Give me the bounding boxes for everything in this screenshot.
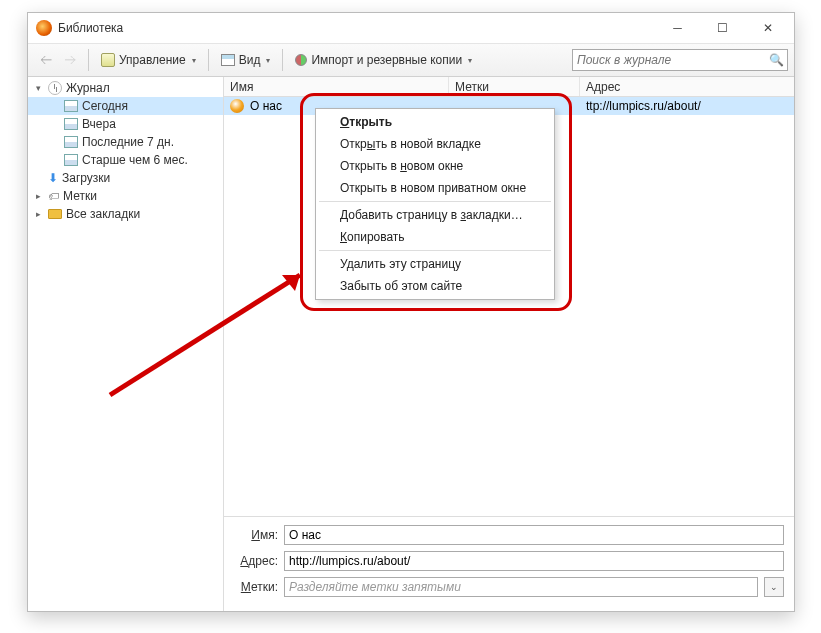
- col-name[interactable]: Имя: [224, 77, 449, 96]
- tree-last7[interactable]: Последние 7 дн.: [28, 133, 223, 151]
- tree-downloads[interactable]: ⬇Загрузки: [28, 169, 223, 187]
- tree-older6m[interactable]: Старше чем 6 мес.: [28, 151, 223, 169]
- search-box[interactable]: 🔍: [572, 49, 788, 71]
- ctx-open[interactable]: Открыть: [318, 111, 552, 133]
- minimize-button[interactable]: ─: [655, 14, 700, 42]
- ctx-open-new-tab[interactable]: Открыть в новой вкладке: [318, 133, 552, 155]
- ctx-add-bookmark[interactable]: Добавить страницу в закладки…: [318, 204, 552, 226]
- search-icon: 🔍: [769, 53, 783, 67]
- view-icon: [221, 54, 235, 66]
- tree-all-bookmarks[interactable]: ▸Все закладки: [28, 205, 223, 223]
- clock-icon: [48, 81, 62, 95]
- favicon-icon: [230, 99, 244, 113]
- col-tags[interactable]: Метки: [449, 77, 580, 96]
- name-label: Имя:: [234, 528, 278, 542]
- tree-history[interactable]: ▾Журнал: [28, 79, 223, 97]
- calendar-icon: [64, 118, 78, 130]
- tree-panel: ▾Журнал Сегодня Вчера Последние 7 дн. Ст…: [28, 77, 224, 611]
- download-icon: ⬇: [48, 171, 58, 185]
- tree-today[interactable]: Сегодня: [28, 97, 223, 115]
- separator: [208, 49, 209, 71]
- ctx-delete-page[interactable]: Удалить эту страницу: [318, 253, 552, 275]
- ctx-copy[interactable]: Копировать: [318, 226, 552, 248]
- addr-label: Адрес:: [234, 554, 278, 568]
- toolbar: 🡠 🡢 Управление▾ Вид▾ Импорт и резервные …: [28, 43, 794, 77]
- tags-field[interactable]: [284, 577, 758, 597]
- ctx-open-private[interactable]: Открыть в новом приватном окне: [318, 177, 552, 199]
- column-headers: Имя Метки Адрес: [224, 77, 794, 97]
- import-button[interactable]: Импорт и резервные копии▾: [289, 48, 478, 72]
- maximize-button[interactable]: ☐: [700, 14, 745, 42]
- tags-dropdown-button[interactable]: ⌄: [764, 577, 784, 597]
- menu-separator: [319, 201, 551, 202]
- col-address[interactable]: Адрес: [580, 77, 794, 96]
- calendar-icon: [64, 136, 78, 148]
- tags-label: Метки:: [234, 580, 278, 594]
- dropdown-icon: ▾: [468, 56, 472, 65]
- firefox-icon: [36, 20, 52, 36]
- import-label: Импорт и резервные копии: [311, 53, 462, 67]
- view-button[interactable]: Вид▾: [215, 48, 277, 72]
- library-window: Библиотека ─ ☐ ✕ 🡠 🡢 Управление▾ Вид▾ Им…: [27, 12, 795, 612]
- close-button[interactable]: ✕: [745, 14, 790, 42]
- import-icon: [295, 54, 307, 66]
- ctx-open-new-window[interactable]: Открыть в новом окне: [318, 155, 552, 177]
- window-title: Библиотека: [58, 21, 655, 35]
- expand-icon[interactable]: ▸: [32, 191, 44, 201]
- manage-button[interactable]: Управление▾: [95, 48, 202, 72]
- dropdown-icon: ▾: [192, 56, 196, 65]
- context-menu: Открыть Открыть в новой вкладке Открыть …: [315, 108, 555, 300]
- ctx-forget-site[interactable]: Забыть об этом сайте: [318, 275, 552, 297]
- name-field[interactable]: [284, 525, 784, 545]
- titlebar[interactable]: Библиотека ─ ☐ ✕: [28, 13, 794, 43]
- row-name: О нас: [250, 99, 282, 113]
- back-button[interactable]: 🡠: [34, 48, 58, 72]
- separator: [88, 49, 89, 71]
- dropdown-icon: ▾: [266, 56, 270, 65]
- manage-icon: [101, 53, 115, 67]
- menu-separator: [319, 250, 551, 251]
- details-panel: Имя: Адрес: Метки: ⌄: [224, 516, 794, 611]
- row-address: ttp://lumpics.ru/about/: [580, 99, 794, 113]
- tree-yesterday[interactable]: Вчера: [28, 115, 223, 133]
- addr-field[interactable]: [284, 551, 784, 571]
- search-input[interactable]: [577, 53, 769, 67]
- tag-icon: 🏷: [48, 190, 59, 202]
- forward-button[interactable]: 🡢: [58, 48, 82, 72]
- collapse-icon[interactable]: ▾: [32, 83, 44, 93]
- window-controls: ─ ☐ ✕: [655, 14, 790, 42]
- calendar-icon: [64, 154, 78, 166]
- calendar-icon: [64, 100, 78, 112]
- separator: [282, 49, 283, 71]
- expand-icon[interactable]: ▸: [32, 209, 44, 219]
- tree-tags[interactable]: ▸🏷Метки: [28, 187, 223, 205]
- folder-icon: [48, 209, 62, 219]
- view-label: Вид: [239, 53, 261, 67]
- manage-label: Управление: [119, 53, 186, 67]
